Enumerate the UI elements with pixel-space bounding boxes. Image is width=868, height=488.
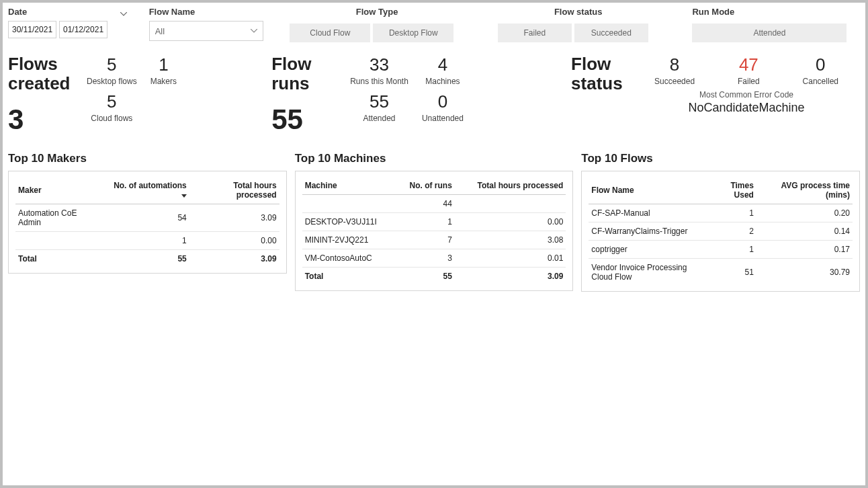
status-succeeded-button[interactable]: Succeeded — [574, 24, 648, 42]
chevron-down-icon — [251, 29, 257, 33]
makers-col-maker[interactable]: Maker — [15, 177, 103, 204]
attended-label: Attended — [363, 114, 396, 123]
runs-month-value: 33 — [370, 54, 389, 75]
table-total-row: Total553.09 — [302, 268, 566, 286]
kpi-created-value: 3 — [8, 104, 80, 136]
date-label: Date — [8, 7, 27, 17]
flows-table[interactable]: Flow Name Times Used AVG process time (m… — [581, 171, 860, 292]
kpi-runs-value: 55 — [271, 104, 343, 136]
table-row[interactable]: coptrigger10.17 — [589, 241, 853, 259]
cancelled-label: Cancelled — [803, 77, 838, 86]
machines-col-hours[interactable]: Total hours processed — [455, 177, 566, 195]
makers-label: Makers — [150, 77, 177, 86]
machines-col-runs[interactable]: No. of runs — [396, 177, 455, 195]
status-failed-button[interactable]: Failed — [498, 24, 572, 42]
table-row[interactable]: VM-ContosoAutoC30.01 — [302, 249, 566, 268]
table-row[interactable]: MININT-2VJQ22173.08 — [302, 231, 566, 249]
flowname-value: All — [155, 26, 165, 36]
date-dropdown-toggle[interactable] — [118, 12, 129, 16]
flowstatus-label: Flow status — [498, 7, 659, 17]
failed-label: Failed — [738, 77, 760, 86]
flowname-select[interactable]: All — [149, 21, 263, 41]
attended-value: 55 — [370, 91, 389, 112]
error-code: NoCandidateMachine — [633, 101, 860, 115]
flowtype-label: Flow Type — [290, 7, 464, 17]
unattended-value: 0 — [438, 91, 447, 112]
makers-table-title: Top 10 Makers — [8, 152, 287, 165]
sort-desc-icon — [181, 194, 187, 198]
cloudflows-label: Cloud flows — [91, 114, 132, 123]
date-from-input[interactable]: 30/11/2021 — [8, 21, 56, 38]
kpi-created-title: Flows — [8, 54, 58, 74]
table-row[interactable]: CF-WarranyClaims-Trigger20.14 — [589, 222, 853, 241]
error-caption: Most Common Error Code — [633, 90, 860, 99]
machines-col-machine[interactable]: Machine — [302, 177, 396, 195]
flowtype-cloud-button[interactable]: Cloud Flow — [290, 24, 370, 42]
machines-table[interactable]: Machine No. of runs Total hours processe… — [295, 171, 574, 291]
flows-col-times[interactable]: Times Used — [707, 177, 756, 204]
table-total-row: Total553.09 — [15, 250, 279, 268]
flows-table-title: Top 10 Flows — [581, 152, 860, 165]
flows-col-avg[interactable]: AVG process time (mins) — [756, 177, 853, 204]
runs-month-label: Runs this Month — [350, 77, 408, 86]
chevron-down-icon — [120, 12, 127, 16]
machines-value: 4 — [438, 54, 447, 75]
makers-value: 1 — [159, 54, 168, 75]
flowtype-desktop-button[interactable]: Desktop Flow — [373, 24, 453, 42]
table-row[interactable]: 44 — [302, 195, 566, 213]
flowname-label: Flow Name — [149, 7, 277, 17]
kpi-runs-title: Flow — [271, 54, 311, 74]
date-to-input[interactable]: 01/12/2021 — [59, 21, 107, 38]
table-row[interactable]: 10.00 — [15, 232, 279, 250]
runmode-label: Run Mode — [692, 7, 860, 17]
makers-col-automations[interactable]: No. of automations — [103, 177, 189, 204]
makers-table[interactable]: Maker No. of automations Total hours pro… — [8, 171, 287, 274]
machines-table-title: Top 10 Machines — [295, 152, 574, 165]
succeeded-label: Succeeded — [654, 77, 695, 86]
makers-col-hours[interactable]: Total hours processed — [189, 177, 279, 204]
desktopflows-value: 5 — [107, 54, 116, 75]
table-row[interactable]: DESKTOP-V3UJ11I10.00 — [302, 213, 566, 231]
kpi-status-title: Flow — [571, 54, 611, 74]
failed-value: 47 — [739, 54, 758, 75]
flows-col-name[interactable]: Flow Name — [589, 177, 707, 204]
desktopflows-label: Desktop flows — [87, 77, 137, 86]
succeeded-value: 8 — [670, 54, 679, 75]
runmode-attended-button[interactable]: Attended — [692, 24, 847, 42]
cancelled-value: 0 — [816, 54, 825, 75]
cloudflows-value: 5 — [107, 91, 116, 112]
table-row[interactable]: CF-SAP-Manual10.20 — [589, 204, 853, 222]
table-row[interactable]: Automation CoE Admin543.09 — [15, 204, 279, 232]
unattended-label: Unattended — [422, 114, 464, 123]
machines-label: Machines — [425, 77, 460, 86]
table-row[interactable]: Vendor Invoice Processing Cloud Flow5130… — [589, 259, 853, 286]
